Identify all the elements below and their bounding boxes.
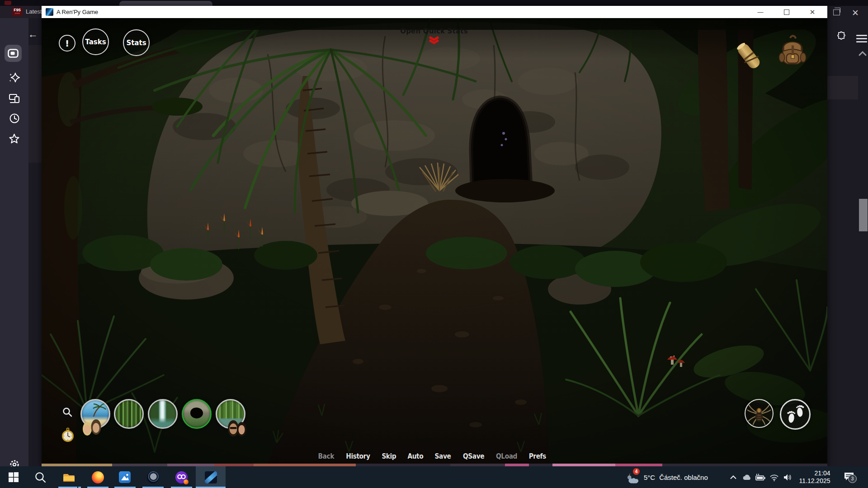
firefox-icon xyxy=(92,471,104,483)
tray-expand-chevron[interactable] xyxy=(726,466,740,488)
stats-button[interactable]: Stats xyxy=(123,29,150,56)
tray-battery[interactable] xyxy=(754,466,767,488)
browser-back-button[interactable]: ← xyxy=(28,29,38,39)
file-explorer-icon xyxy=(62,471,75,483)
photos-icon xyxy=(119,471,131,483)
devices-icon xyxy=(9,93,20,104)
taskbar: 4 5°C Částeč. oblačno 21:0411.12.2025 3 xyxy=(0,466,868,488)
pinned-tab-favicon[interactable] xyxy=(5,1,11,5)
sidebar-item-history[interactable] xyxy=(0,112,28,125)
weather-temperature: 5°C xyxy=(644,474,655,481)
quick-menu-auto[interactable]: Auto xyxy=(408,452,424,460)
sidebar-item-devices[interactable] xyxy=(0,92,28,105)
site-logo-subtext: zone xyxy=(12,12,23,14)
weather-widget[interactable]: 4 5°C Částeč. oblačno xyxy=(626,466,726,488)
sparkles-icon xyxy=(9,72,20,84)
tray-onedrive[interactable] xyxy=(741,466,753,488)
extensions-puzzle-icon[interactable] xyxy=(835,31,846,44)
renpy-app-icon xyxy=(46,8,53,16)
windows-logo-icon xyxy=(8,472,19,483)
quick-menu-back[interactable]: Back xyxy=(318,452,334,460)
workspace-tab-icon xyxy=(8,49,19,58)
cloud-icon xyxy=(742,474,751,481)
clock-date: 11.12.2025 xyxy=(799,477,830,485)
sidebar-item-workspace[interactable] xyxy=(5,45,22,62)
footprints-icon xyxy=(782,401,808,427)
open-quick-stats-label[interactable]: Open Quick Stats xyxy=(384,27,484,35)
minimize-button[interactable]: — xyxy=(751,6,769,18)
sidebar-item-ai[interactable] xyxy=(0,71,28,84)
browser-close-button[interactable]: ✕ xyxy=(852,8,859,18)
weather-condition: Částeč. oblačno xyxy=(659,474,708,481)
spider-button[interactable] xyxy=(745,399,774,428)
game-window-title: A Ren'Py Game xyxy=(57,9,98,15)
browser-sidebar xyxy=(0,18,28,466)
dark-dial-app-icon xyxy=(147,471,159,483)
browser-restore-icon[interactable] xyxy=(833,9,840,15)
location-waterfall[interactable] xyxy=(148,399,178,429)
weather-alert-badge: 4 xyxy=(633,468,640,475)
location-cave[interactable] xyxy=(182,399,212,429)
quick-menu-qsave[interactable]: QSave xyxy=(463,452,484,460)
wifi-icon xyxy=(769,474,779,481)
browser-right-edge: ✕ xyxy=(827,6,868,466)
footprints-button[interactable] xyxy=(780,399,811,430)
search-icon xyxy=(34,471,47,483)
quick-menu-skip[interactable]: Skip xyxy=(382,452,396,460)
browser-menu-icon[interactable] xyxy=(856,33,867,41)
site-logo[interactable]: F95 zone xyxy=(12,7,23,16)
notification-count-badge: 3 xyxy=(848,474,857,483)
alert-button[interactable]: ! xyxy=(59,35,75,52)
renpy-game-icon xyxy=(205,471,217,483)
purple-goggles-app-icon xyxy=(175,471,188,483)
screen: F95 zone Latest G ← ✕ xyxy=(0,0,868,488)
browser-tab[interactable] xyxy=(119,1,212,6)
bookmarks-star-icon xyxy=(9,133,20,144)
quick-stats-chevron-icon[interactable] xyxy=(427,36,441,46)
sidebar-item-bookmarks[interactable] xyxy=(0,132,28,145)
taskbar-file-explorer[interactable] xyxy=(58,466,80,488)
quick-menu: Back History Skip Auto Save QSave QLoad … xyxy=(317,452,547,460)
notification-center-button[interactable]: 3 xyxy=(835,466,865,488)
scroll-top-chevron[interactable] xyxy=(858,50,867,58)
tray-volume[interactable] xyxy=(781,466,794,488)
quick-menu-prefs[interactable]: Prefs xyxy=(529,452,546,460)
clock-time: 21:04 xyxy=(799,469,830,477)
close-button[interactable]: ✕ xyxy=(803,6,821,18)
game-titlebar[interactable]: A Ren'Py Game — ✕ xyxy=(42,6,827,18)
browser-tab-strip xyxy=(0,0,868,6)
maximize-button[interactable] xyxy=(778,6,796,18)
pocket-watch-icon[interactable] xyxy=(61,427,75,444)
avatar-brunette-person[interactable] xyxy=(90,419,102,441)
taskbar-search-button[interactable] xyxy=(29,466,51,488)
game-viewport[interactable]: ! Tasks Stats Open Quick Stats xyxy=(42,18,827,466)
taskbar-dark-dial-app[interactable] xyxy=(142,466,164,488)
taskbar-firefox[interactable] xyxy=(87,466,108,488)
search-button[interactable] xyxy=(59,404,75,420)
search-icon xyxy=(62,407,73,418)
weather-icon: 4 xyxy=(626,470,640,484)
quick-menu-save[interactable]: Save xyxy=(435,452,451,460)
game-window: A Ren'Py Game — ✕ xyxy=(42,6,827,466)
spider-icon xyxy=(746,401,772,426)
taskbar-photos[interactable] xyxy=(114,466,136,488)
start-button[interactable] xyxy=(3,466,24,488)
taskbar-renpy-game-active[interactable] xyxy=(196,466,226,488)
avatar-dark-haired-woman[interactable] xyxy=(236,422,247,441)
backpack-icon[interactable] xyxy=(775,34,810,73)
taskbar-clock[interactable]: 21:0411.12.2025 xyxy=(794,466,835,488)
battery-charging-icon xyxy=(755,474,766,481)
history-clock-icon xyxy=(9,113,20,124)
quick-menu-history[interactable]: History xyxy=(346,452,370,460)
speaker-icon xyxy=(783,474,792,481)
taskbar-purple-gaming-app[interactable] xyxy=(170,466,192,488)
page-scrollbar-thumb[interactable] xyxy=(859,199,868,231)
tray-wifi[interactable] xyxy=(767,466,781,488)
tasks-button[interactable]: Tasks xyxy=(82,28,109,55)
quick-menu-qload[interactable]: QLoad xyxy=(496,452,517,460)
maximize-icon xyxy=(784,9,789,15)
location-bamboo-jungle[interactable] xyxy=(114,399,144,429)
